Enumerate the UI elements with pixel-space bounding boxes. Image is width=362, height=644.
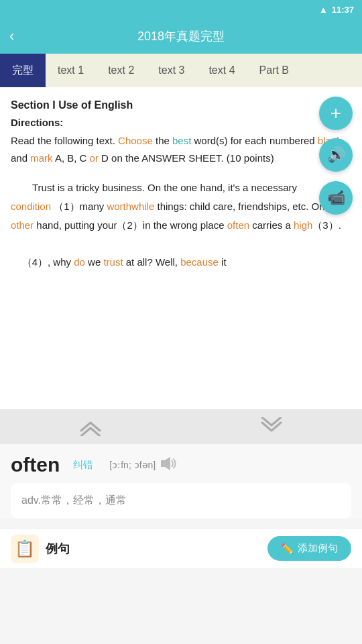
choose-highlight: Choose [118,135,153,146]
add-example-label: 添加例句 [298,542,338,555]
passage-other: other [11,219,34,231]
notebook-icon: 📋 [15,539,35,558]
wifi-icon: ▲ [319,5,328,15]
back-button[interactable]: ‹ [9,28,14,45]
passage-because: because [180,256,219,268]
audio-icon: 🔊 [327,146,345,164]
example-icon-bg: 📋 [11,535,39,563]
word-phonetic: [ɔːfn; ɔfən] [109,460,156,470]
add-example-button[interactable]: ✏️ 添加例句 [267,536,351,561]
directions-text5: A, B, C [53,152,90,164]
tab-wanxing[interactable]: 完型 [0,54,46,87]
audio-fab-button[interactable]: 🔊 [319,138,353,172]
or-highlight1: or [90,152,99,164]
directions-label: Directions: [11,117,351,128]
passage-p1-2: （1）many [54,201,107,212]
passage-p1-6: （3）. [312,219,341,231]
tab-text4[interactable]: text 4 [196,54,247,87]
passage-p2-3: at all? Well, [123,256,181,268]
directions-text: Read the following text. Choose the best… [11,132,351,166]
add-fab-button[interactable]: + [319,97,353,130]
passage-trust: trust [103,256,123,268]
chevron-down-icon [259,417,284,436]
passage-p2-4: it [219,256,227,268]
passage-p1-5: carries a [249,219,294,231]
tab-bar: 完型 text 1 text 2 text 3 text 4 Part B [0,54,362,87]
prev-button[interactable] [64,413,117,440]
page-title: 2018年真题完型 [137,28,225,44]
directions-text3: word(s) for each numbered [191,135,317,146]
tab-text2[interactable]: text 2 [96,54,146,87]
svg-rect-0 [161,460,165,467]
passage-p1-4: hand, putting your（2）in the wrong place [34,219,227,231]
tab-text1[interactable]: text 1 [46,54,96,87]
mark-highlight: mark [30,152,52,164]
tab-partb[interactable]: Part B [247,54,301,87]
word-definition: adv.常常，经常，通常 [11,483,351,519]
word-display: often [11,453,60,476]
directions-text1: Read the following text. [11,135,118,146]
passage-text: Trust is a tricky business. On the one h… [11,178,351,272]
directions-text2: the [153,135,172,146]
video-fab-button[interactable]: 📹 [319,181,353,215]
speaker-icon [161,456,178,471]
passage-p2-1: （4）, why [22,256,74,268]
example-left: 📋 例句 [11,535,70,563]
word-audio-button[interactable] [161,456,178,474]
status-bar: ▲ 11:37 [0,0,362,19]
passage-worthwhile: worthwhile [107,201,154,212]
header: ‹ 2018年真题完型 [0,19,362,54]
directions-text4: and [11,152,30,164]
word-panel: often 纠错 [ɔːfn; ɔfən] adv.常常，经常，通常 [0,444,362,519]
plus-icon: + [330,103,341,124]
directions-text6: D on the ANSWER SHEET. (10 points) [99,152,274,164]
passage-often: often [227,219,249,231]
example-section: 📋 例句 ✏️ 添加例句 [0,528,362,568]
best-highlight: best [172,135,191,146]
example-label: 例句 [46,541,70,557]
edit-icon: ✏️ [281,543,294,555]
report-button[interactable]: 纠错 [73,459,93,472]
status-time: 11:37 [332,5,354,15]
passage-p2-2: we [85,256,104,268]
svg-marker-1 [165,457,170,470]
next-button[interactable] [245,413,298,440]
chevron-up-icon [78,417,103,436]
passage-condition: condition [11,201,51,212]
passage-high: high [294,219,312,231]
tab-text3[interactable]: text 3 [146,54,196,87]
nav-arrows [0,409,362,444]
word-row: often 纠错 [ɔːfn; ɔfən] [11,453,351,476]
section-title: Section I Use of English [11,99,351,111]
passage-do: do [74,256,85,268]
video-icon: 📹 [327,189,345,207]
passage-p1-1: Trust is a tricky business. On the one h… [32,182,297,193]
content-area: + 🔊 📹 Section I Use of English Direction… [0,87,362,409]
passage-p1-3: things: child care, friendships, etc. On… [154,201,341,212]
